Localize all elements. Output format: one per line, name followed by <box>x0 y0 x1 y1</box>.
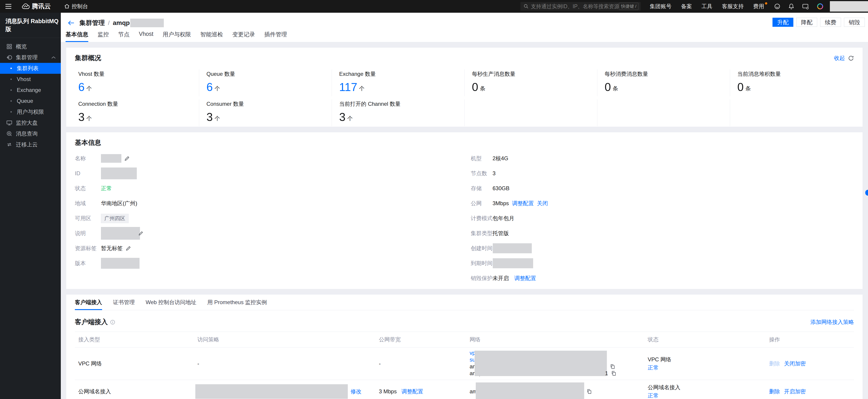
tencent-cloud-logo[interactable]: 腾讯云 <box>22 2 51 11</box>
stat-value[interactable]: 6 <box>78 81 85 93</box>
console-link[interactable]: 控制台 <box>64 3 88 10</box>
bullet-icon <box>10 89 12 91</box>
enable-encryption-link[interactable]: 开启加密 <box>784 388 806 395</box>
cell-operations: 删除 关闭加密 <box>766 347 854 380</box>
table-row-public-domain: 公网域名接入 修改 3 Mbps 调整配置 amq <box>75 380 854 399</box>
field-name: 名称 <box>75 151 471 166</box>
expire-time-redacted <box>493 258 533 268</box>
page-tabs: 基本信息 监控 节点 Vhost 用户与权限 智能巡检 变更记录 插件管理 <box>66 31 287 42</box>
sidebar-item-users-perms[interactable]: 用户与权限 <box>0 106 61 117</box>
basic-info-left-column: 名称 ID 状态 正常 地域 华南地区(广州) <box>75 151 471 286</box>
menu-group-account[interactable]: 集团账号 <box>650 3 672 10</box>
home-icon <box>64 3 70 9</box>
sidebar-item-overview[interactable]: 概览 <box>0 41 61 52</box>
grid-icon <box>6 43 12 50</box>
notification-bell-icon[interactable] <box>788 3 795 9</box>
ai-assistant-colorful-icon[interactable] <box>817 3 824 10</box>
access-tabs: 客户端接入 证书管理 Web 控制台访问地址 用 Prometheus 监控实例 <box>75 295 854 310</box>
tab-monitor[interactable]: 监控 <box>98 31 109 42</box>
delete-link-disabled: 删除 <box>769 360 780 367</box>
menu-tools[interactable]: 工具 <box>702 3 712 10</box>
sidebar-item-monitor-dashboard[interactable]: 监控大盘 <box>0 117 61 128</box>
status-badge: 正常 <box>101 185 112 192</box>
tab-inspection[interactable]: 智能巡检 <box>200 31 223 42</box>
destroy-button[interactable]: 销毁 <box>844 18 865 27</box>
add-network-policy-link[interactable]: 添加网络接入策略 <box>810 318 854 326</box>
col-bandwidth: 公网带宽 <box>375 332 466 347</box>
sidebar-item-message-query[interactable]: 消息查询 <box>0 128 61 139</box>
renew-button[interactable]: 续费 <box>820 18 841 27</box>
menu-support[interactable]: 客服支持 <box>722 3 744 10</box>
col-operations: 操作 <box>766 332 854 347</box>
sidebar-item-cluster-mgmt[interactable]: 集群管理 <box>0 52 61 63</box>
menu-icp[interactable]: 备案 <box>681 3 692 10</box>
adjust-bandwidth-link[interactable]: 调整配置 <box>401 388 423 395</box>
brand-text[interactable]: 腾讯云 <box>32 2 51 11</box>
delete-link[interactable]: 删除 <box>769 388 780 395</box>
assistant-icon[interactable] <box>774 3 780 9</box>
tab-nodes[interactable]: 节点 <box>118 31 129 42</box>
copy-icon[interactable] <box>610 364 615 369</box>
sidebar-item-migrate[interactable]: 迁移上云 <box>0 139 61 150</box>
edit-description-pencil-icon[interactable] <box>138 231 144 236</box>
cell-status: VPC 网络 正常 <box>644 347 766 380</box>
main-content: 集群管理 / amqp 升配 降配 续费 销毁 基本信息 监控 节点 Vhost… <box>61 13 868 399</box>
tab-prometheus[interactable]: 用 Prometheus 监控实例 <box>207 299 267 310</box>
field-region: 地域 华南地区(广州) <box>75 196 471 211</box>
console-settings-icon[interactable] <box>802 3 809 9</box>
tab-web-console[interactable]: Web 控制台访问地址 <box>146 299 196 310</box>
basic-info-title: 基本信息 <box>75 138 854 147</box>
table-row-vpc: VPC 网络 - - vpc- sub amq amq 1 VPC 网络 <box>75 347 854 380</box>
field-spec: 机型 2核4G <box>471 151 548 166</box>
client-access-title: 客户端接入 <box>75 317 108 327</box>
back-arrow-icon[interactable] <box>68 20 74 26</box>
sidebar-item-queue[interactable]: Queue <box>0 96 61 106</box>
breadcrumb-parent[interactable]: 集群管理 <box>80 19 105 27</box>
tab-cert-mgmt[interactable]: 证书管理 <box>113 299 135 310</box>
sidebar-label: 迁移上云 <box>16 141 38 148</box>
tab-plugins[interactable]: 插件管理 <box>264 31 287 42</box>
hamburger-menu-icon[interactable] <box>5 4 11 9</box>
account-name-redacted[interactable] <box>830 1 868 11</box>
close-public-link[interactable]: 关闭 <box>537 200 548 207</box>
stat-value[interactable]: 6 <box>207 81 213 93</box>
tab-vhost[interactable]: Vhost <box>139 31 153 42</box>
sidebar-nav: 概览 集群管理 集群列表 Vhost Exchange Queue 用户与权限 <box>0 41 61 150</box>
upgrade-button[interactable]: 升配 <box>773 18 793 27</box>
edit-name-pencil-icon[interactable] <box>124 155 130 161</box>
policy-value-redacted <box>195 384 348 399</box>
edit-tags-pencil-icon[interactable] <box>125 245 131 251</box>
topbar: 腾讯云 控制台 快捷键 / 集团账号 备案 工具 客服支持 费用 <box>0 0 868 13</box>
sidebar-item-exchange[interactable]: Exchange <box>0 85 61 96</box>
adjust-protection-link[interactable]: 调整配置 <box>514 275 536 282</box>
console-label[interactable]: 控制台 <box>72 3 88 10</box>
edit-policy-link[interactable]: 修改 <box>350 388 362 395</box>
tab-client-access[interactable]: 客户端接入 <box>75 299 102 310</box>
sidebar-item-cluster-list[interactable]: 集群列表 <box>0 63 61 74</box>
stat-value[interactable]: 117 <box>339 81 357 93</box>
tab-change-log[interactable]: 变更记录 <box>232 31 255 42</box>
sidebar-item-vhost[interactable]: Vhost <box>0 74 61 85</box>
cell-access-type: 公网域名接入 <box>75 380 194 399</box>
search-icon <box>524 4 529 9</box>
field-created-time: 创建时间 2 <box>471 241 548 256</box>
tab-users-perms[interactable]: 用户与权限 <box>163 31 191 42</box>
menu-billing[interactable]: 费用 <box>753 3 764 10</box>
refresh-icon[interactable] <box>848 55 854 61</box>
copy-icon[interactable] <box>586 389 592 394</box>
adjust-public-config-link[interactable]: 调整配置 <box>512 200 534 207</box>
global-search[interactable]: 快捷键 / <box>521 2 641 11</box>
collapse-link[interactable]: 收起 <box>834 55 845 62</box>
stat-value: 3 <box>78 111 85 123</box>
chevron-up-icon <box>51 56 56 59</box>
col-status: 状态 <box>644 332 766 347</box>
disable-encryption-link[interactable]: 关闭加密 <box>784 360 806 367</box>
downgrade-button[interactable]: 降配 <box>796 18 817 27</box>
tab-basic-info[interactable]: 基本信息 <box>66 31 88 42</box>
copy-icon[interactable] <box>611 371 616 376</box>
stat-value: 0 <box>737 81 744 93</box>
info-icon[interactable] <box>110 319 115 325</box>
search-input[interactable] <box>531 3 619 9</box>
name-value-redacted <box>101 154 121 163</box>
monitor-icon <box>6 120 12 126</box>
